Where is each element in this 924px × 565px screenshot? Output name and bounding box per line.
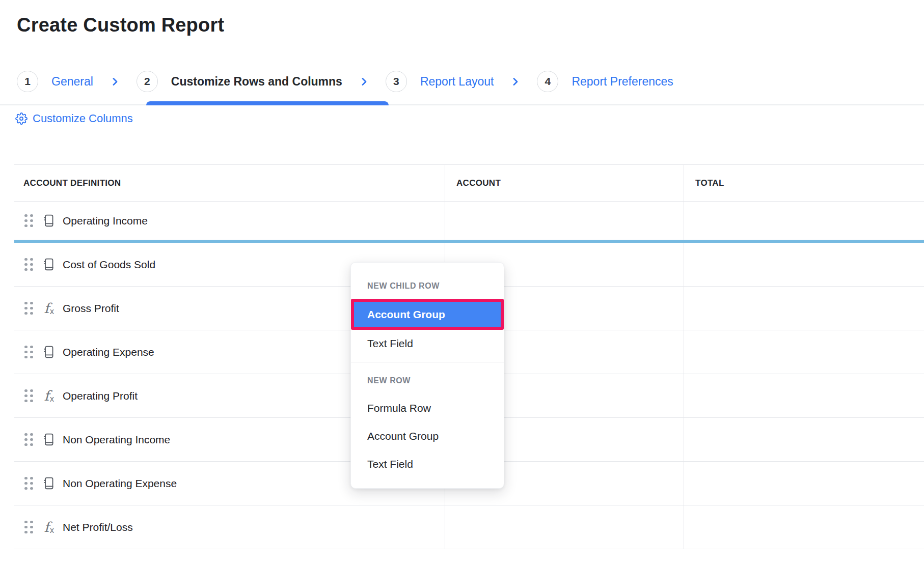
create-custom-report-page: Create Custom Report 1 General 2 Customi… <box>0 0 924 565</box>
drag-handle-icon[interactable] <box>24 389 33 403</box>
drag-handle-icon[interactable] <box>24 346 33 359</box>
table-row[interactable]: fx Operating Income <box>14 202 924 243</box>
column-header-account-definition: ACCOUNT DEFINITION <box>14 165 445 201</box>
menu-item-text-field-child[interactable]: Text Field <box>351 330 504 357</box>
menu-divider <box>351 362 504 362</box>
new-row-context-menu: NEW CHILD ROW Account Group Text Field N… <box>350 262 504 489</box>
menu-item-label: Account Group <box>367 430 439 442</box>
step-label: General <box>51 75 93 89</box>
account-group-icon <box>42 476 56 491</box>
row-label: Operating Expense <box>63 346 154 358</box>
drag-handle-icon[interactable] <box>24 477 33 490</box>
total-cell <box>684 287 924 330</box>
page-title: Create Custom Report <box>17 14 224 36</box>
row-label: Operating Profit <box>63 390 138 402</box>
menu-item-label: Text Field <box>367 337 413 350</box>
step-label: Customize Rows and Columns <box>171 75 342 89</box>
chevron-right-icon <box>110 76 120 87</box>
total-cell <box>684 462 924 505</box>
total-cell <box>684 505 924 549</box>
wizard-stepper: 1 General 2 Customize Rows and Columns 3… <box>0 62 924 105</box>
total-cell <box>684 418 924 461</box>
step-number-badge: 2 <box>137 71 158 92</box>
step-number-badge: 1 <box>17 71 38 92</box>
account-group-icon <box>42 345 56 359</box>
row-label: Gross Profit <box>63 302 119 315</box>
row-label: Operating Income <box>63 215 148 227</box>
formula-icon: fx <box>42 300 56 316</box>
table-header-row: ACCOUNT DEFINITION ACCOUNT TOTAL <box>14 165 924 202</box>
row-label: Non Operating Income <box>63 434 170 446</box>
menu-item-label: Text Field <box>367 458 413 470</box>
menu-item-formula-row[interactable]: Formula Row <box>351 394 504 422</box>
total-cell <box>684 202 924 240</box>
drag-handle-icon[interactable] <box>24 302 33 315</box>
chevron-right-icon <box>359 76 369 87</box>
customize-columns-link[interactable]: Customize Columns <box>15 112 133 125</box>
step-report-layout[interactable]: 3 Report Layout <box>386 71 494 92</box>
drag-handle-icon[interactable] <box>24 214 33 228</box>
account-cell <box>445 202 684 240</box>
menu-section-header: NEW ROW <box>351 375 504 387</box>
step-report-preferences[interactable]: 4 Report Preferences <box>537 71 673 92</box>
drag-handle-icon[interactable] <box>24 521 33 534</box>
table-row[interactable]: fx Net Profit/Loss <box>14 505 924 549</box>
row-label: Cost of Goods Sold <box>63 259 155 271</box>
row-label: Net Profit/Loss <box>63 521 133 533</box>
step-general[interactable]: 1 General <box>17 71 93 92</box>
drag-handle-icon[interactable] <box>24 258 33 271</box>
chevron-right-icon <box>510 76 521 87</box>
active-step-underline <box>146 101 389 105</box>
step-customize-rows-columns[interactable]: 2 Customize Rows and Columns <box>137 71 342 92</box>
gear-icon <box>15 112 28 125</box>
total-cell <box>684 330 924 374</box>
step-label: Report Layout <box>420 75 494 89</box>
step-number-badge: 3 <box>386 71 407 92</box>
menu-item-label: Formula Row <box>367 402 431 414</box>
total-cell <box>684 374 924 417</box>
formula-icon: fx <box>42 519 56 535</box>
menu-item-text-field[interactable]: Text Field <box>351 450 504 478</box>
menu-section-header: NEW CHILD ROW <box>351 280 504 292</box>
step-label: Report Preferences <box>572 75 673 89</box>
drag-handle-icon[interactable] <box>24 433 33 446</box>
menu-item-label: Account Group <box>367 308 445 321</box>
row-label: Non Operating Expense <box>63 477 177 490</box>
column-header-account: ACCOUNT <box>445 165 684 201</box>
menu-item-account-group-child[interactable]: Account Group <box>351 299 504 330</box>
account-group-icon <box>42 214 56 228</box>
column-header-total: TOTAL <box>684 165 924 201</box>
menu-item-account-group[interactable]: Account Group <box>351 422 504 450</box>
formula-icon: fx <box>42 388 56 404</box>
total-cell <box>684 243 924 286</box>
step-number-badge: 4 <box>537 71 558 92</box>
account-group-icon <box>42 433 56 447</box>
customize-columns-label: Customize Columns <box>33 112 133 125</box>
account-cell <box>445 505 684 549</box>
account-group-icon <box>42 258 56 272</box>
